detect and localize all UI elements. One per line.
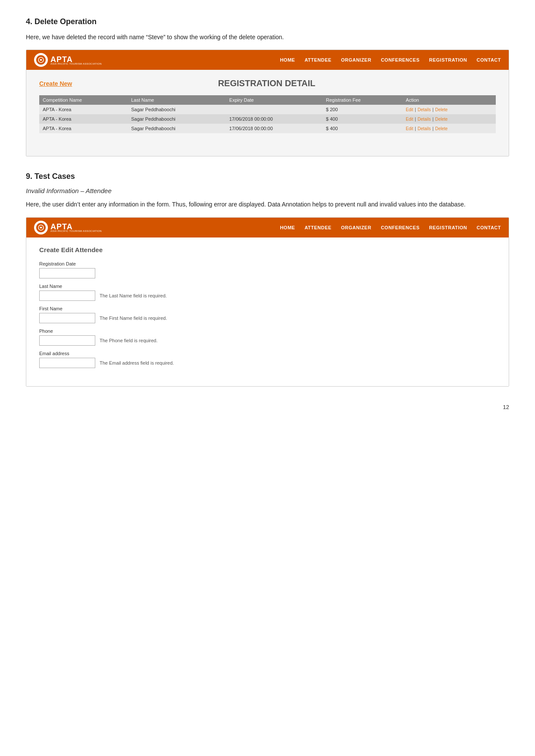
form-field-row-4: The Email address field is required. xyxy=(39,358,496,368)
reg-detail-title: REGISTRATION DETAIL xyxy=(72,78,461,88)
action-separator: | xyxy=(414,126,417,131)
nav-registration-1[interactable]: REGISTRATION xyxy=(429,57,467,62)
col-action: Action xyxy=(402,95,496,105)
nav-attendee-1[interactable]: ATTENDEE xyxy=(304,57,331,62)
form-input-3[interactable] xyxy=(39,335,95,346)
form-input-1[interactable] xyxy=(39,291,95,301)
brand-sub-2: ASIA PACIFIC TOURISM ASSOCIATION xyxy=(50,230,102,232)
nav-registration-2[interactable]: REGISTRATION xyxy=(429,225,467,230)
section-9-body: Here, the user didn’t enter any informat… xyxy=(26,200,509,209)
field-label-4: Email address xyxy=(39,351,496,356)
brand-2: APTA ASIA PACIFIC TOURISM ASSOCIATION xyxy=(34,221,102,234)
section-4-body: Here, we have deleted the record with na… xyxy=(26,32,509,42)
field-label-1: Last Name xyxy=(39,284,496,289)
table-cell-competition: APTA - Korea xyxy=(39,105,128,114)
table-cell-actions: Edit | Details | Delete xyxy=(402,124,496,133)
table-header-row: Competition Name Last Name Expiry Date R… xyxy=(39,95,496,105)
navbar-1: APTA ASIA PACIFIC TOURISM ASSOCIATION HO… xyxy=(26,50,509,70)
brand-text-block-1: APTA ASIA PACIFIC TOURISM ASSOCIATION xyxy=(50,55,102,65)
app-frame-1: APTA ASIA PACIFIC TOURISM ASSOCIATION HO… xyxy=(26,50,509,156)
action-separator: | xyxy=(414,117,417,122)
nav-home-1[interactable]: HOME xyxy=(280,57,295,62)
nav-organizer-1[interactable]: ORGANIZER xyxy=(341,57,372,62)
nav-conferences-2[interactable]: CONFERENCES xyxy=(381,225,419,230)
brand-text-block-2: APTA ASIA PACIFIC TOURISM ASSOCIATION xyxy=(50,222,102,232)
nav-attendee-2[interactable]: ATTENDEE xyxy=(304,225,331,230)
nav-contact-1[interactable]: CONTACT xyxy=(477,57,501,62)
form-error-3: The Phone field is required. xyxy=(100,338,158,343)
create-new-link[interactable]: Create New xyxy=(39,80,72,87)
nav-home-2[interactable]: HOME xyxy=(280,225,295,230)
action-details[interactable]: Details xyxy=(418,126,431,131)
table-row: APTA - KoreaSagar Peddhaboochi$ 200Edit … xyxy=(39,105,496,114)
attendee-form-title: Create Edit Attendee xyxy=(39,246,496,253)
action-edit[interactable]: Edit xyxy=(406,126,413,131)
action-separator: | xyxy=(431,117,435,122)
nav-conferences-1[interactable]: CONFERENCES xyxy=(381,57,419,62)
reg-header-row: Create New REGISTRATION DETAIL xyxy=(39,78,496,88)
logo-circle-2 xyxy=(34,221,48,234)
section-9: 9. Test Cases Invalid Information – Atte… xyxy=(26,172,509,386)
logo-inner-2 xyxy=(36,223,46,232)
action-edit[interactable]: Edit xyxy=(406,107,413,112)
form-input-2[interactable] xyxy=(39,313,95,323)
table-cell-actions: Edit | Details | Delete xyxy=(402,114,496,124)
section-4: 4. Delete Operation Here, we have delete… xyxy=(26,17,509,156)
action-separator: | xyxy=(431,126,435,131)
action-details[interactable]: Details xyxy=(418,117,431,122)
form-error-2: The First Name field is required. xyxy=(100,316,167,321)
col-lastname: Last Name xyxy=(128,95,226,105)
action-delete[interactable]: Delete xyxy=(435,107,447,112)
field-label-2: First Name xyxy=(39,306,496,311)
table-cell-last_name: Sagar Peddhaboochi xyxy=(128,105,226,114)
table-row: APTA - KoreaSagar Peddhaboochi17/06/2018… xyxy=(39,124,496,133)
table-row: APTA - KoreaSagar Peddhaboochi17/06/2018… xyxy=(39,114,496,124)
logo-circle-1 xyxy=(34,53,48,67)
app-body-1: Create New REGISTRATION DETAIL Competiti… xyxy=(26,70,509,156)
table-cell-fee: $ 400 xyxy=(322,124,402,133)
form-field-row-0 xyxy=(39,268,496,278)
field-label-3: Phone xyxy=(39,328,496,334)
form-input-4[interactable] xyxy=(39,358,95,368)
brand-1: APTA ASIA PACIFIC TOURISM ASSOCIATION xyxy=(34,53,102,67)
action-delete[interactable]: Delete xyxy=(435,126,447,131)
nav-contact-2[interactable]: CONTACT xyxy=(477,225,501,230)
brand-sub-1: ASIA PACIFIC TOURISM ASSOCIATION xyxy=(50,62,102,65)
table-cell-competition: APTA - Korea xyxy=(39,124,128,133)
app-frame-2: APTA ASIA PACIFIC TOURISM ASSOCIATION HO… xyxy=(26,217,509,387)
table-cell-fee: $ 400 xyxy=(322,114,402,124)
attendee-fields: Registration DateLast NameThe Last Name … xyxy=(39,261,496,368)
form-field-row-2: The First Name field is required. xyxy=(39,313,496,323)
table-cell-fee: $ 200 xyxy=(322,105,402,114)
attendee-form-body: Create Edit Attendee Registration DateLa… xyxy=(26,237,509,386)
action-details[interactable]: Details xyxy=(418,107,431,112)
logo-svg-2 xyxy=(38,225,44,231)
form-input-0[interactable] xyxy=(39,268,95,278)
col-expiry: Expiry Date xyxy=(226,95,322,105)
col-competition: Competition Name xyxy=(39,95,128,105)
navbar-links-1: HOME ATTENDEE ORGANIZER CONFERENCES REGI… xyxy=(280,57,501,62)
action-edit[interactable]: Edit xyxy=(406,117,413,122)
col-fee: Registration Fee xyxy=(322,95,402,105)
section-9-heading: 9. Test Cases xyxy=(26,172,509,181)
form-field-row-3: The Phone field is required. xyxy=(39,335,496,346)
logo-inner-1 xyxy=(36,55,46,65)
action-delete[interactable]: Delete xyxy=(435,117,447,122)
table-head: Competition Name Last Name Expiry Date R… xyxy=(39,95,496,105)
table-cell-expiry xyxy=(226,105,322,114)
action-separator: | xyxy=(414,107,417,112)
section-9-subheading: Invalid Information – Attendee xyxy=(26,187,509,194)
page-number: 12 xyxy=(26,404,509,410)
logo-svg-1 xyxy=(38,57,44,63)
section-4-heading: 4. Delete Operation xyxy=(26,17,509,26)
action-separator: | xyxy=(431,107,435,112)
nav-organizer-2[interactable]: ORGANIZER xyxy=(341,225,372,230)
table-cell-competition: APTA - Korea xyxy=(39,114,128,124)
table-cell-last_name: Sagar Peddhaboochi xyxy=(128,114,226,124)
table-cell-expiry: 17/06/2018 00:00:00 xyxy=(226,114,322,124)
form-error-4: The Email address field is required. xyxy=(100,360,174,366)
navbar-2: APTA ASIA PACIFIC TOURISM ASSOCIATION HO… xyxy=(26,218,509,237)
form-field-row-1: The Last Name field is required. xyxy=(39,291,496,301)
registration-table: Competition Name Last Name Expiry Date R… xyxy=(39,95,496,133)
form-error-1: The Last Name field is required. xyxy=(100,293,167,298)
